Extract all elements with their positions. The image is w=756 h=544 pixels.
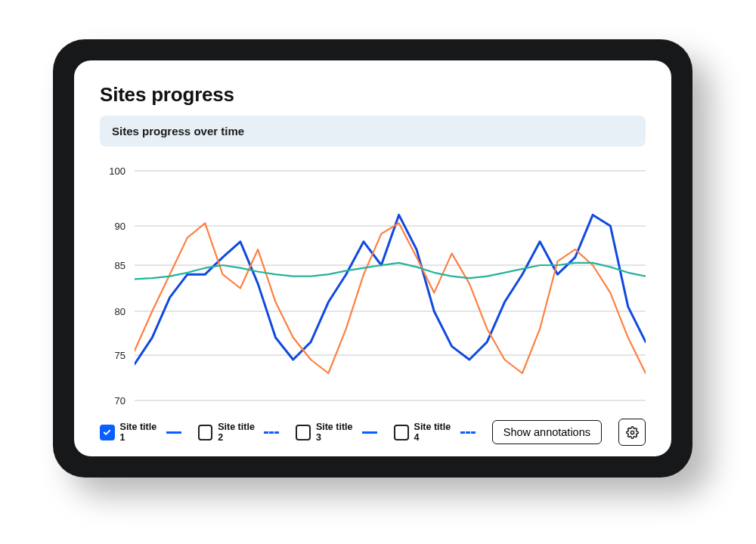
settings-button[interactable] <box>618 419 646 446</box>
legend: Site title 1Site title 2Site title 3Site… <box>100 422 476 443</box>
chart-footer: Site title 1Site title 2Site title 3Site… <box>100 419 646 446</box>
gear-icon <box>626 426 639 439</box>
legend-item-3[interactable]: Site title 3 <box>296 422 377 443</box>
legend-swatch <box>166 431 181 434</box>
legend-item-1[interactable]: Site title 1 <box>100 422 181 443</box>
legend-label: Site title 4 <box>414 422 455 443</box>
legend-swatch <box>362 431 377 434</box>
y-tick-label: 75 <box>100 350 125 361</box>
chart-plot <box>135 168 646 402</box>
y-tick-label: 100 <box>100 165 125 177</box>
y-tick-label: 90 <box>100 221 125 232</box>
legend-label: Site title 3 <box>316 422 357 443</box>
y-tick-label: 85 <box>100 260 125 271</box>
legend-item-4[interactable]: Site title 4 <box>394 422 476 443</box>
page-title: Sites progress <box>100 83 646 107</box>
legend-checkbox[interactable] <box>198 425 213 440</box>
device-frame: Sites progress Sites progress over time … <box>53 39 692 478</box>
legend-checkbox[interactable] <box>296 425 311 440</box>
legend-swatch <box>460 431 476 434</box>
legend-checkbox[interactable] <box>100 425 115 440</box>
chart-banner: Sites progress over time <box>100 116 646 147</box>
series-line <box>135 223 646 373</box>
show-annotations-button[interactable]: Show annotations <box>492 420 602 444</box>
legend-checkbox[interactable] <box>394 425 409 440</box>
series-line <box>135 215 646 364</box>
screen: Sites progress Sites progress over time … <box>74 60 671 456</box>
legend-label: Site title 1 <box>120 422 161 443</box>
legend-label: Site title 2 <box>218 422 259 443</box>
legend-item-2[interactable]: Site title 2 <box>198 422 280 443</box>
svg-point-6 <box>631 431 634 434</box>
legend-swatch <box>264 431 279 434</box>
y-tick-label: 80 <box>100 306 125 317</box>
y-tick-label: 70 <box>100 395 125 406</box>
chart-area: 7075808590100 <box>100 168 646 402</box>
